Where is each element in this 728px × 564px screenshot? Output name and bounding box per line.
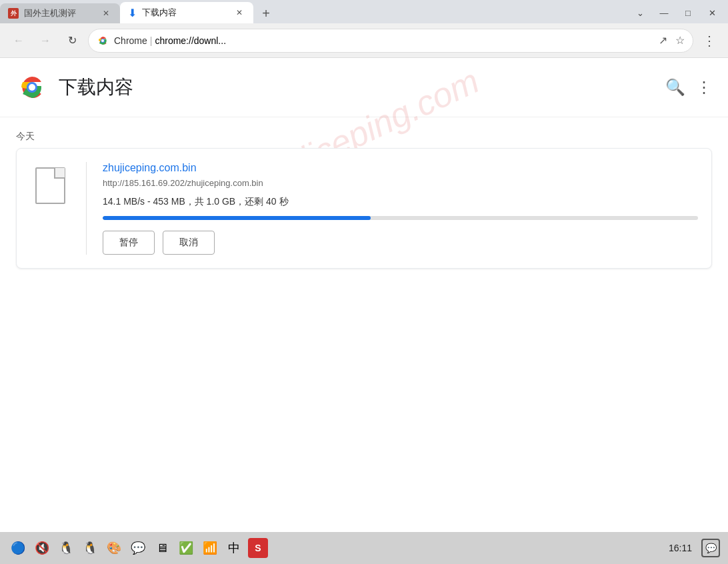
- card-divider: [86, 162, 87, 255]
- section-label: 今天: [0, 117, 728, 148]
- navbar: ← → ↻ Chrome | chrome://downl... ↗ ☆ ⋮: [0, 23, 728, 58]
- forward-button[interactable]: →: [35, 30, 56, 51]
- reload-button[interactable]: ↻: [61, 30, 83, 51]
- chrome-logo-small: [97, 35, 109, 47]
- window-restore-button[interactable]: □: [677, 5, 699, 21]
- tab-inactive-label: 国外主机测评: [24, 7, 76, 19]
- display-icon[interactable]: 🖥: [152, 538, 172, 558]
- page-title: 下载内容: [59, 75, 133, 100]
- address-icons: ↗ ☆: [659, 34, 685, 47]
- bluetooth-icon[interactable]: 🔵: [8, 538, 28, 558]
- file-icon: [35, 167, 65, 204]
- address-chrome-label: Chrome: [114, 35, 147, 46]
- qq2-icon[interactable]: 🐧: [80, 538, 100, 558]
- page-header-actions: 🔍 ⋮: [665, 78, 712, 97]
- download-info: zhujiceping.com.bin http://185.161.69.20…: [103, 162, 698, 255]
- address-url: chrome://downl...: [155, 35, 226, 46]
- back-button[interactable]: ←: [8, 30, 29, 51]
- more-button[interactable]: ⋮: [696, 78, 712, 97]
- page-content: zhujiceping.com 下载内容 🔍 ⋮ 今天 zhujiceping.…: [0, 58, 728, 532]
- wechat-icon[interactable]: 💬: [128, 538, 148, 558]
- download-stats: 14.1 MB/s - 453 MB，共 1.0 GB，还剩 40 秒: [103, 196, 698, 208]
- ime-icon[interactable]: 中: [224, 538, 244, 558]
- progress-bar-fill: [103, 216, 371, 220]
- window-controls: ⌄ — □ ✕: [629, 5, 728, 23]
- tab-inactive-favicon: 外: [8, 8, 19, 19]
- tab-inactive-close[interactable]: ✕: [100, 7, 112, 19]
- new-tab-button[interactable]: +: [256, 3, 276, 23]
- file-icon-wrapper: [30, 162, 70, 209]
- address-bar[interactable]: Chrome | chrome://downl... ↗ ☆: [88, 29, 693, 53]
- pause-button[interactable]: 暂停: [103, 231, 155, 255]
- taskbar: 🔵 🔇 🐧 🐧 🎨 💬 🖥 ✅ 📶 中 S 16:11 💬: [0, 532, 728, 564]
- sougou-icon[interactable]: S: [248, 538, 268, 558]
- tab-active[interactable]: ⬇ 下载内容 ✕: [120, 2, 253, 23]
- download-filename[interactable]: zhujiceping.com.bin: [103, 162, 698, 174]
- window-minimize-button[interactable]: —: [653, 5, 675, 21]
- progress-bar-background: [103, 216, 698, 220]
- tab-active-close[interactable]: ✕: [233, 7, 245, 19]
- figma-icon[interactable]: 🎨: [104, 538, 124, 558]
- svg-point-2: [101, 39, 104, 42]
- window-close-button[interactable]: ✕: [701, 5, 723, 21]
- download-url: http://185.161.69.202/zhujiceping.com.bi…: [103, 178, 698, 188]
- titlebar: 外 国外主机测评 ✕ ⬇ 下载内容 ✕ + ⌄ — □ ✕: [0, 0, 728, 23]
- tab-active-label: 下载内容: [142, 7, 177, 19]
- check-icon[interactable]: ✅: [176, 538, 196, 558]
- download-card: zhujiceping.com.bin http://185.161.69.20…: [16, 148, 712, 269]
- download-actions: 暂停 取消: [103, 231, 698, 255]
- search-button[interactable]: 🔍: [665, 78, 685, 97]
- chrome-logo-large: [16, 71, 48, 103]
- bookmark-icon[interactable]: ☆: [675, 34, 685, 47]
- wifi-icon[interactable]: 📶: [200, 538, 220, 558]
- browser-menu-button[interactable]: ⋮: [699, 30, 720, 51]
- share-icon[interactable]: ↗: [659, 34, 667, 47]
- svg-point-5: [29, 84, 35, 91]
- taskbar-time: 16:11: [669, 543, 692, 553]
- address-text: Chrome | chrome://downl...: [114, 35, 226, 46]
- volume-icon[interactable]: 🔇: [32, 538, 52, 558]
- page-header: 下载内容 🔍 ⋮: [0, 58, 728, 117]
- qq1-icon[interactable]: 🐧: [56, 538, 76, 558]
- window-chevron[interactable]: ⌄: [629, 5, 651, 21]
- tab-inactive[interactable]: 外 国外主机测评 ✕: [0, 3, 120, 23]
- address-divider: |: [150, 35, 153, 46]
- taskbar-chat-icon[interactable]: 💬: [701, 539, 720, 557]
- cancel-button[interactable]: 取消: [163, 231, 215, 255]
- download-icon: ⬇: [128, 7, 137, 19]
